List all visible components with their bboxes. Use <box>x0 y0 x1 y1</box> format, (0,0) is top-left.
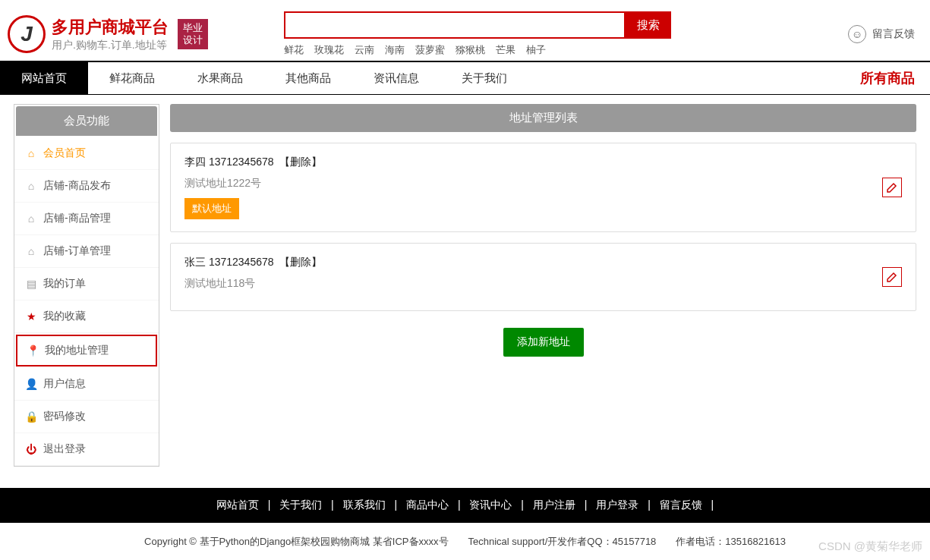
sidebar-item-label: 退出登录 <box>43 442 86 456</box>
hot-tag[interactable]: 芒果 <box>496 44 515 55</box>
nav-item[interactable]: 资讯信息 <box>352 62 440 94</box>
hot-tag[interactable]: 云南 <box>355 44 374 55</box>
sidebar-item[interactable]: ⌂店铺-商品管理 <box>14 203 159 235</box>
address-contact: 李四 13712345678 【删除】 <box>184 156 882 169</box>
sidebar-item[interactable]: ⌂店铺-商品发布 <box>14 170 159 203</box>
logo-area[interactable]: J 多用户商城平台 用户.购物车.订单.地址等 毕业设计 <box>8 15 208 53</box>
sidebar-item-label: 店铺-订单管理 <box>43 244 111 258</box>
hot-tag[interactable]: 海南 <box>385 44 405 55</box>
edit-icon[interactable] <box>882 267 902 287</box>
sidebar-item-label: 我的订单 <box>43 277 86 291</box>
delete-link[interactable]: 【删除】 <box>279 156 322 168</box>
footer-link[interactable]: 联系我们 <box>343 499 386 511</box>
address-card: 李四 13712345678 【删除】测试地址1222号默认地址 <box>170 143 916 232</box>
nav-item[interactable]: 鲜花商品 <box>88 62 176 94</box>
logo-icon: J <box>8 15 46 53</box>
sidebar-item-label: 会员首页 <box>43 146 86 160</box>
sidebar-item-label: 我的地址管理 <box>45 344 109 357</box>
hot-tag[interactable]: 猕猴桃 <box>456 44 485 55</box>
sidebar-item[interactable]: ★我的收藏 <box>14 300 159 333</box>
delete-link[interactable]: 【删除】 <box>279 256 322 268</box>
sidebar-item[interactable]: 🔒密码修改 <box>14 401 159 433</box>
sidebar-title: 会员功能 <box>16 106 157 136</box>
house-icon: ⌂ <box>25 212 37 225</box>
lock-icon: 🔒 <box>25 411 37 423</box>
footer-link[interactable]: 资讯中心 <box>469 499 512 511</box>
nav-item[interactable]: 网站首页 <box>0 62 88 94</box>
logout-icon: ⏻ <box>25 443 37 455</box>
search-input[interactable] <box>284 11 626 39</box>
sidebar-item-label: 我的收藏 <box>43 310 86 323</box>
sidebar-item[interactable]: ⏻退出登录 <box>14 433 159 466</box>
brand-title: 多用户商城平台 <box>52 16 169 39</box>
hot-tag[interactable]: 玫瑰花 <box>314 44 344 55</box>
footer-info: Copyright © 基于Python的Django框架校园购物商城 某省IC… <box>0 523 930 560</box>
hot-tag[interactable]: 柚子 <box>526 44 546 55</box>
feedback-label: 留言反馈 <box>872 27 915 41</box>
nav-all-products[interactable]: 所有商品 <box>845 62 930 94</box>
footer-link[interactable]: 关于我们 <box>279 499 322 511</box>
sidebar-item-label: 店铺-商品发布 <box>43 179 111 193</box>
footer-nav: 网站首页 | 关于我们 | 联系我们 | 商品中心 | 资讯中心 | 用户注册 … <box>0 488 930 523</box>
footer-link[interactable]: 网站首页 <box>216 499 259 511</box>
default-badge: 默认地址 <box>184 198 239 219</box>
footer-link[interactable]: 留言反馈 <box>660 499 702 511</box>
feedback-link[interactable]: ☺ 留言反馈 <box>848 25 915 43</box>
house-icon: ▤ <box>25 278 37 290</box>
sidebar-item[interactable]: ⌂会员首页 <box>14 137 159 170</box>
add-address-button[interactable]: 添加新地址 <box>503 328 584 357</box>
footer-link[interactable]: 用户登录 <box>596 499 638 511</box>
nav-item[interactable]: 其他商品 <box>264 62 352 94</box>
page-title: 地址管理列表 <box>170 104 916 132</box>
address-detail: 测试地址1222号 <box>184 177 882 190</box>
sidebar-item-label: 密码修改 <box>43 410 86 423</box>
edit-icon[interactable] <box>882 178 902 197</box>
star-icon: ★ <box>25 310 37 322</box>
sidebar-item[interactable]: ▤我的订单 <box>14 268 159 300</box>
badge-graduation: 毕业设计 <box>178 19 208 49</box>
home-icon: ⌂ <box>25 147 37 159</box>
sidebar-item[interactable]: 📍我的地址管理 <box>16 335 157 367</box>
search-button[interactable]: 搜索 <box>626 11 671 39</box>
sidebar-item[interactable]: ⌂店铺-订单管理 <box>14 235 159 268</box>
main-nav: 网站首页鲜花商品水果商品其他商品资讯信息关于我们所有商品 <box>0 61 930 94</box>
selected-icon: 📍 <box>27 344 39 357</box>
sidebar: 会员功能 ⌂会员首页⌂店铺-商品发布⌂店铺-商品管理⌂店铺-订单管理▤我的订单★… <box>14 104 159 467</box>
nav-item[interactable]: 水果商品 <box>176 62 264 94</box>
address-contact: 张三 13712345678 【删除】 <box>184 256 882 269</box>
hot-tags: 鲜花玫瑰花云南海南菠萝蜜猕猴桃芒果柚子 <box>284 43 671 57</box>
user-icon: 👤 <box>25 378 37 390</box>
sidebar-item-label: 店铺-商品管理 <box>43 212 111 225</box>
house-icon: ⌂ <box>25 245 37 257</box>
hot-tag[interactable]: 鲜花 <box>284 44 304 55</box>
address-card: 张三 13712345678 【删除】测试地址118号 <box>170 243 916 311</box>
footer-link[interactable]: 商品中心 <box>406 499 449 511</box>
house-icon: ⌂ <box>25 180 37 192</box>
brand-subtitle: 用户.购物车.订单.地址等 <box>52 39 169 52</box>
address-detail: 测试地址118号 <box>184 277 882 291</box>
hot-tag[interactable]: 菠萝蜜 <box>415 44 445 55</box>
headset-icon: ☺ <box>848 25 866 43</box>
sidebar-item-label: 用户信息 <box>43 377 86 391</box>
sidebar-item[interactable]: 👤用户信息 <box>14 368 159 401</box>
nav-item[interactable]: 关于我们 <box>440 62 528 94</box>
footer-link[interactable]: 用户注册 <box>533 499 575 511</box>
